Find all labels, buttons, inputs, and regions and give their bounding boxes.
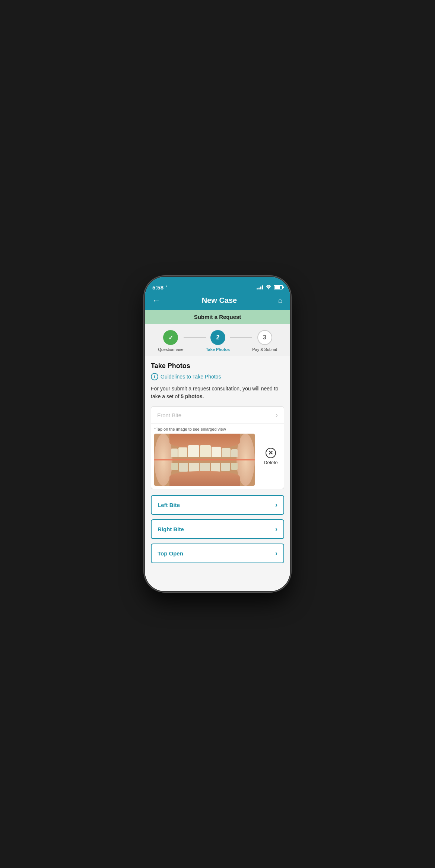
- tooth-u5: [212, 447, 220, 456]
- back-button[interactable]: ←: [152, 297, 161, 305]
- delete-label: Delete: [264, 460, 278, 465]
- step-2-label: Take Photos: [206, 347, 230, 352]
- teeth-image[interactable]: [154, 434, 255, 486]
- location-icon: [165, 285, 168, 289]
- step-pay-submit: 3 Pay & Submit: [252, 330, 277, 352]
- gum-line: [154, 459, 255, 460]
- signal-bar-4: [262, 285, 263, 289]
- sub-header-text: Submit a Request: [194, 314, 241, 320]
- top-open-chevron-icon: ›: [275, 549, 277, 557]
- top-open-button[interactable]: Top Open ›: [151, 544, 284, 563]
- step-line-2: [230, 337, 252, 338]
- signal-bar-1: [257, 288, 258, 289]
- tooth-u3: [188, 445, 199, 457]
- guidelines-link-row[interactable]: i Guidelines to Take Photos: [151, 373, 284, 380]
- front-bite-header[interactable]: Front Bite ›: [151, 406, 284, 424]
- svg-point-0: [268, 289, 269, 289]
- upper-teeth: [171, 445, 238, 457]
- right-bite-button[interactable]: Right Bite ›: [151, 519, 284, 539]
- right-bite-chevron-icon: ›: [275, 525, 277, 533]
- wifi-icon: [266, 285, 272, 289]
- time-display: 5:58: [152, 284, 163, 291]
- tooth-l6: [221, 463, 230, 471]
- signal-bar-2: [258, 288, 260, 289]
- left-bite-label: Left Bite: [158, 502, 180, 508]
- tap-hint: *Tap on the image to see enlarged view: [154, 427, 255, 431]
- status-bar: 5:58: [145, 277, 290, 293]
- front-bite-chevron: ›: [276, 411, 278, 419]
- tooth-u2: [178, 447, 187, 457]
- info-icon: i: [151, 373, 158, 380]
- description-text: For your submit a request consultation, …: [151, 385, 284, 400]
- tooth-u7: [231, 449, 238, 457]
- tooth-l1: [171, 463, 178, 470]
- left-bite-button[interactable]: Left Bite ›: [151, 495, 284, 515]
- tooth-u4: [200, 445, 211, 457]
- step-3-circle: 3: [257, 330, 272, 345]
- sub-header: Submit a Request: [145, 310, 290, 324]
- tooth-u1: [171, 449, 178, 457]
- right-bite-label: Right Bite: [158, 526, 184, 532]
- section-title: Take Photos: [151, 362, 284, 370]
- progress-steps: ✓ Questionnaire 2 Take Photos 3 Pay & Su…: [145, 324, 290, 356]
- battery-fill: [275, 286, 280, 289]
- tooth-u6: [222, 448, 231, 457]
- left-bite-chevron-icon: ›: [275, 501, 277, 509]
- guidelines-link-text[interactable]: Guidelines to Take Photos: [161, 374, 221, 380]
- step-2-circle: 2: [210, 330, 225, 345]
- signal-bar-3: [260, 286, 261, 289]
- app-header: ← New Case ⌂: [145, 293, 290, 310]
- delete-button[interactable]: ✕ Delete: [262, 446, 279, 467]
- step-1-circle: ✓: [163, 330, 178, 345]
- lower-lip: [169, 471, 240, 486]
- phone-frame: 5:58: [145, 277, 290, 591]
- header-title: New Case: [202, 296, 237, 305]
- home-button[interactable]: ⌂: [278, 296, 283, 305]
- tooth-l2: [179, 463, 188, 471]
- status-time: 5:58: [152, 284, 168, 291]
- image-preview-left: *Tap on the image to see enlarged view: [151, 424, 258, 489]
- image-preview-right: ✕ Delete: [258, 424, 284, 489]
- front-bite-label: Front Bite: [157, 412, 181, 418]
- phone-screen: 5:58: [145, 277, 290, 591]
- delete-icon: ✕: [266, 448, 276, 458]
- step-1-label: Questionnaire: [158, 347, 184, 352]
- step-take-photos: 2 Take Photos: [206, 330, 230, 352]
- battery-icon: [274, 285, 283, 289]
- main-content: Take Photos i Guidelines to Take Photos …: [145, 356, 290, 591]
- tooth-l7: [231, 463, 238, 469]
- top-open-label: Top Open: [158, 550, 183, 557]
- signal-bars-icon: [257, 285, 263, 289]
- status-icons: [257, 285, 283, 289]
- step-line-1: [184, 337, 206, 338]
- front-bite-preview: *Tap on the image to see enlarged view: [151, 424, 284, 489]
- tooth-l5: [211, 463, 220, 472]
- front-bite-section: Front Bite › *Tap on the image to see en…: [151, 406, 284, 489]
- step-3-label: Pay & Submit: [252, 347, 277, 352]
- step-questionnaire: ✓ Questionnaire: [158, 330, 184, 352]
